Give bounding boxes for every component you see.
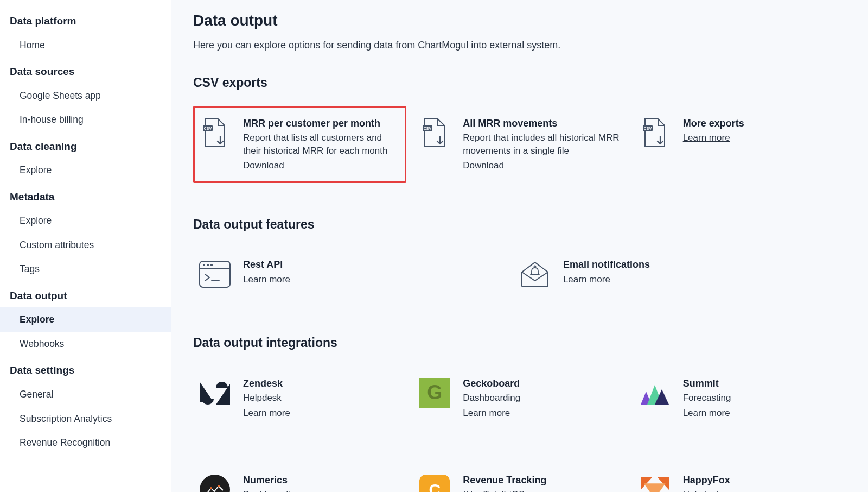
revenue-tracking-icon: C [419,475,450,492]
sidebar-group-title: Data platform [0,14,171,33]
learn-more-link[interactable]: Learn more [243,407,290,420]
features-row: Rest APILearn more Email notificationsLe… [193,247,846,301]
card-description: Report that lists all customers and thei… [243,131,401,157]
features-title: Data output features [193,216,846,233]
learn-more-link[interactable]: Learn more [563,273,610,286]
card-description: Helpdesk [683,488,841,492]
card-description: (Unofficial) iOS app [463,488,621,492]
card-summit: SummitForecastingLearn more [633,366,846,431]
sidebar-group-title: Data output [0,289,171,308]
csv-file-icon: CSV [642,118,668,148]
card-zendesk: ZendeskHelpdeskLearn more [193,366,406,431]
csv-exports-title: CSV exports [193,74,846,91]
sidebar-item-in-house-billing[interactable]: In-house billing [0,108,171,132]
sidebar-group-title: Metadata [0,190,171,209]
card-geckoboard: GGeckoboardDashboardingLearn more [413,366,626,431]
card-title: Geckoboard [463,377,621,390]
csv-exports-row: CSV MRR per customer per monthReport tha… [193,106,846,184]
card-title: Numerics [243,474,401,487]
sidebar-item-webhooks[interactable]: Webhooks [0,332,171,356]
svg-point-9 [207,264,208,266]
card-title: MRR per customer per month [243,117,401,130]
svg-text:CSV: CSV [424,127,432,130]
page-title: Data output [193,10,846,31]
numerics-icon [200,475,230,492]
email-bell-icon [519,258,551,291]
summit-icon [640,382,670,405]
card-description: Dashboarding [243,488,401,492]
sidebar-group-title: Data cleaning [0,140,171,159]
download-link[interactable]: Download [463,159,504,172]
card-all-mrr-movements: CSV All MRR movementsReport that include… [413,106,626,184]
card-title: All MRR movements [463,117,621,130]
sidebar-item-google-sheets-app[interactable]: Google Sheets app [0,84,171,108]
integrations-title: Data output integrations [193,334,846,351]
geckoboard-icon: G [419,378,450,408]
integrations-row-1: ZendeskHelpdeskLearn moreGGeckoboardDash… [193,366,846,431]
sidebar-group-title: Data sources [0,65,171,84]
csv-file-icon: CSV [202,118,228,148]
svg-point-14 [218,485,220,487]
card-description: Helpdesk [243,392,401,405]
sidebar-item-home[interactable]: Home [0,33,171,58]
sidebar-item-tags[interactable]: Tags [0,257,171,281]
happyfox-icon [640,477,670,492]
page-description: Here you can explore options for sending… [193,39,846,52]
card-mrr-per-customer-per-month: CSV MRR per customer per monthReport tha… [193,106,406,184]
svg-text:CSV: CSV [643,127,652,130]
card-title: HappyFox [683,474,841,487]
card-title: Revenue Tracking [463,474,621,487]
card-more-exports: CSV More exportsLearn more [633,106,846,184]
learn-more-link[interactable]: Learn more [683,131,730,144]
svg-point-12 [534,266,535,268]
zendesk-icon [200,382,230,405]
card-title: Rest API [243,258,501,272]
sidebar-group-title: Data settings [0,363,171,382]
sidebar-item-explore[interactable]: Explore [0,209,171,233]
card-description: Report that includes all historical MRR … [463,131,621,157]
card-numerics: NumericsDashboardingLearn more [193,463,406,492]
sidebar: Data platformHomeData sourcesGoogle Shee… [0,0,171,492]
svg-point-10 [210,264,212,266]
svg-point-8 [203,264,205,266]
download-link[interactable]: Download [243,159,284,172]
sidebar-item-subscription-analytics[interactable]: Subscription Analytics [0,407,171,431]
card-description: Forecasting [683,392,841,405]
card-email-notifications: Email notificationsLearn more [513,247,827,301]
card-rest-api: Rest APILearn more [193,247,507,301]
card-title: Zendesk [243,377,401,390]
sidebar-item-explore[interactable]: Explore [0,307,171,332]
learn-more-link[interactable]: Learn more [463,407,510,420]
card-title: Summit [683,377,841,390]
learn-more-link[interactable]: Learn more [683,407,730,420]
card-revenue-tracking: CRevenue Tracking(Unofficial) iOS appLea… [413,463,626,492]
sidebar-item-explore[interactable]: Explore [0,158,171,182]
card-happyfox: HappyFoxHelpdeskLearn more [633,463,846,492]
sidebar-item-custom-attributes[interactable]: Custom attributes [0,233,171,257]
integrations-row-2: NumericsDashboardingLearn moreCRevenue T… [193,463,846,492]
csv-file-icon: CSV [422,118,448,148]
svg-text:CSV: CSV [204,127,212,130]
sidebar-item-general[interactable]: General [0,382,171,407]
card-title: More exports [683,117,841,130]
main-content: Data output Here you can explore options… [171,0,868,492]
card-title: Email notifications [563,258,821,272]
learn-more-link[interactable]: Learn more [243,273,290,286]
sidebar-item-revenue-recognition[interactable]: Revenue Recognition [0,431,171,455]
svg-point-13 [210,487,212,489]
terminal-icon [199,260,231,288]
card-description: Dashboarding [463,392,621,405]
